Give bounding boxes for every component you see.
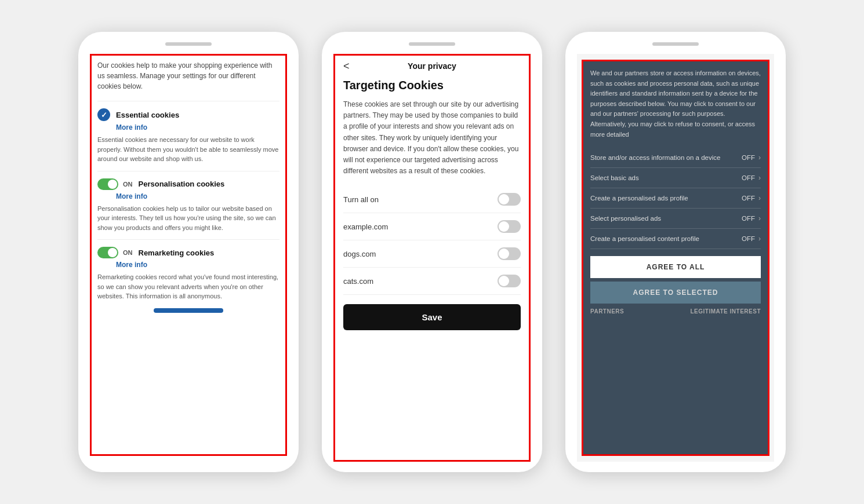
- cats-com-toggle[interactable]: [498, 275, 521, 287]
- phone1-red-border: Our cookies help to make your shopping e…: [90, 54, 287, 456]
- remarketing-cookie-header: ON Remarketing cookies: [97, 247, 279, 258]
- phone-notch-2: [409, 42, 455, 46]
- dogs-com-toggle[interactable]: [498, 247, 521, 260]
- consent-row-4-label: Create a personalised content profile: [590, 235, 742, 242]
- remarketing-toggle-label: ON: [123, 249, 133, 256]
- phone-3: We and our partners store or access info…: [565, 32, 786, 472]
- phone3-footer-legitimate: LEGITIMATE INTEREST: [690, 308, 761, 315]
- phone3-footer-partners: PARTNERS: [590, 308, 624, 315]
- chevron-right-icon-3: ›: [758, 214, 761, 222]
- turn-all-on-row: Turn all on: [343, 186, 521, 213]
- consent-row-4-value: OFF: [742, 235, 755, 242]
- back-arrow-icon[interactable]: <: [343, 60, 350, 72]
- remarketing-cookie-desc: Remarketing cookies record what you've f…: [97, 272, 279, 301]
- consent-row-3-label: Select personalised ads: [590, 215, 742, 222]
- targeting-cookies-desc: These cookies are set through our site b…: [343, 99, 521, 177]
- essential-check-icon: ✓: [97, 108, 110, 121]
- example-com-toggle[interactable]: [498, 220, 521, 233]
- consent-row-0-label: Store and/or access information on a dev…: [590, 154, 742, 161]
- phone-2-screen: < Your privacy Targeting Cookies These c…: [333, 54, 531, 462]
- turn-all-on-toggle[interactable]: [498, 193, 521, 206]
- consent-row-3[interactable]: Select personalised ads OFF ›: [590, 209, 761, 229]
- phone1-bottom-bar: [154, 308, 223, 313]
- consent-row-1-label: Select basic ads: [590, 174, 742, 181]
- consent-row-1[interactable]: Select basic ads OFF ›: [590, 168, 761, 188]
- phone1-intro-text: Our cookies help to make your shopping e…: [97, 60, 279, 92]
- remarketing-toggle-wrapper: ON: [97, 247, 133, 258]
- phone-notch-3: [652, 42, 699, 46]
- personalisation-toggle-wrapper: ON: [97, 178, 133, 190]
- remarketing-more-info[interactable]: More info: [116, 261, 279, 269]
- essential-cookies-section: ✓ Essential cookies More info Essential …: [97, 101, 279, 164]
- dogs-com-row: dogs.com: [343, 240, 521, 268]
- phone2-header: < Your privacy: [343, 61, 521, 71]
- consent-row-0-value: OFF: [742, 154, 755, 161]
- remarketing-cookie-title: Remarketing cookies: [139, 249, 215, 257]
- consent-row-0[interactable]: Store and/or access information on a dev…: [590, 148, 761, 168]
- consent-row-2-label: Create a personalised ads profile: [590, 195, 742, 202]
- remarketing-cookies-section: ON Remarketing cookies More info Remarke…: [97, 239, 279, 301]
- personalisation-more-info[interactable]: More info: [116, 192, 279, 200]
- personalisation-cookies-section: ON Personalisation cookies More info Per…: [97, 171, 279, 233]
- chevron-right-icon-1: ›: [758, 174, 761, 182]
- turn-all-on-label: Turn all on: [343, 195, 379, 204]
- consent-row-4[interactable]: Create a personalised content profile OF…: [590, 229, 761, 249]
- chevron-right-icon-2: ›: [758, 194, 761, 202]
- phone2-content: < Your privacy Targeting Cookies These c…: [333, 54, 531, 462]
- save-button[interactable]: Save: [343, 304, 521, 330]
- consent-row-2[interactable]: Create a personalised ads profile OFF ›: [590, 188, 761, 209]
- personalisation-cookie-title: Personalisation cookies: [139, 180, 225, 188]
- essential-cookie-title: Essential cookies: [116, 111, 179, 119]
- phone3-intro-text: We and our partners store or access info…: [590, 68, 761, 140]
- personalisation-toggle-label: ON: [123, 181, 133, 188]
- essential-cookie-desc: Essential cookies are necessary for our …: [97, 135, 279, 164]
- consent-row-2-value: OFF: [742, 195, 755, 202]
- consent-row-3-value: OFF: [742, 215, 755, 222]
- personalisation-cookie-desc: Personalisation cookies help us to tailo…: [97, 204, 279, 233]
- phone-3-screen: We and our partners store or access info…: [577, 54, 774, 462]
- phone-1: Our cookies help to make your shopping e…: [78, 32, 299, 472]
- example-com-label: example.com: [343, 222, 388, 231]
- phone-2: < Your privacy Targeting Cookies These c…: [322, 32, 542, 472]
- remarketing-toggle[interactable]: [97, 247, 118, 258]
- phone2-header-title: Your privacy: [408, 61, 456, 71]
- phone3-footer: PARTNERS LEGITIMATE INTEREST: [590, 308, 761, 315]
- targeting-cookies-title: Targeting Cookies: [343, 79, 521, 92]
- essential-more-info[interactable]: More info: [116, 123, 279, 132]
- phone-1-screen: Our cookies help to make your shopping e…: [90, 54, 287, 462]
- phone3-red-border: We and our partners store or access info…: [582, 60, 769, 456]
- agree-to-all-button[interactable]: AGREE TO ALL: [590, 256, 761, 278]
- personalisation-toggle[interactable]: [97, 178, 118, 190]
- cats-com-row: cats.com: [343, 268, 521, 295]
- essential-cookie-header: ✓ Essential cookies: [97, 108, 279, 121]
- personalisation-cookie-header: ON Personalisation cookies: [97, 178, 279, 190]
- chevron-right-icon-4: ›: [758, 235, 761, 243]
- chevron-right-icon-0: ›: [758, 154, 761, 162]
- phone3-outer: We and our partners store or access info…: [577, 54, 774, 462]
- cats-com-label: cats.com: [343, 277, 373, 286]
- agree-to-selected-button[interactable]: AGREE TO SELECTED: [590, 282, 761, 304]
- consent-row-1-value: OFF: [742, 174, 755, 181]
- dogs-com-label: dogs.com: [343, 250, 376, 258]
- example-com-row: example.com: [343, 213, 521, 240]
- phone-notch-1: [165, 42, 212, 46]
